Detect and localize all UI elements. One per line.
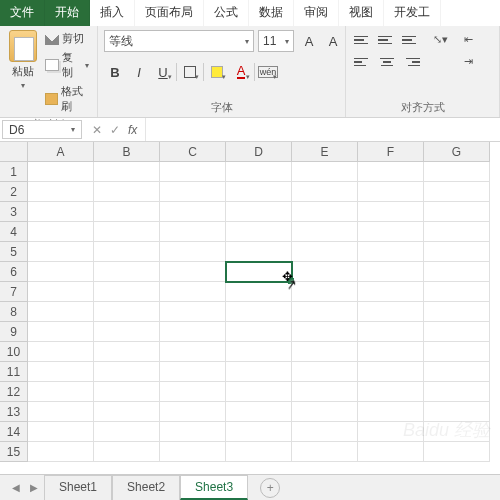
font-size-combo[interactable]: 11▾ — [258, 30, 294, 52]
increase-indent-button[interactable]: ⇥ — [458, 52, 478, 70]
cell-D6[interactable] — [226, 262, 292, 282]
cell-D13[interactable] — [226, 402, 292, 422]
cell-A7[interactable] — [28, 282, 94, 302]
cell-B1[interactable] — [94, 162, 160, 182]
column-header-B[interactable]: B — [94, 142, 160, 162]
cell-B15[interactable] — [94, 442, 160, 462]
cell-E11[interactable] — [292, 362, 358, 382]
align-top-button[interactable] — [352, 30, 374, 50]
cell-F14[interactable] — [358, 422, 424, 442]
cell-B2[interactable] — [94, 182, 160, 202]
cell-G13[interactable] — [424, 402, 490, 422]
cell-B3[interactable] — [94, 202, 160, 222]
border-button[interactable] — [179, 62, 201, 82]
cell-C5[interactable] — [160, 242, 226, 262]
cell-A5[interactable] — [28, 242, 94, 262]
cell-B8[interactable] — [94, 302, 160, 322]
cell-A14[interactable] — [28, 422, 94, 442]
cell-G1[interactable] — [424, 162, 490, 182]
cell-C13[interactable] — [160, 402, 226, 422]
font-name-combo[interactable]: 等线▾ — [104, 30, 254, 52]
column-header-E[interactable]: E — [292, 142, 358, 162]
increase-font-button[interactable]: A — [298, 31, 320, 51]
row-header-5[interactable]: 5 — [0, 242, 28, 262]
cell-D2[interactable] — [226, 182, 292, 202]
sheet-nav-prev[interactable]: ◀ — [8, 482, 24, 493]
cell-A4[interactable] — [28, 222, 94, 242]
decrease-font-button[interactable]: A — [322, 31, 344, 51]
cell-F4[interactable] — [358, 222, 424, 242]
cell-C15[interactable] — [160, 442, 226, 462]
paste-dropdown-icon[interactable]: ▾ — [21, 81, 25, 90]
cell-E13[interactable] — [292, 402, 358, 422]
cell-B9[interactable] — [94, 322, 160, 342]
tab-review[interactable]: 审阅 — [294, 0, 339, 26]
cells-grid[interactable] — [28, 162, 490, 462]
sheet-tab-Sheet3[interactable]: Sheet3 — [180, 475, 248, 500]
cell-B5[interactable] — [94, 242, 160, 262]
cell-F7[interactable] — [358, 282, 424, 302]
cell-A15[interactable] — [28, 442, 94, 462]
row-header-10[interactable]: 10 — [0, 342, 28, 362]
cell-F12[interactable] — [358, 382, 424, 402]
row-header-12[interactable]: 12 — [0, 382, 28, 402]
tab-file[interactable]: 文件 — [0, 0, 45, 26]
cell-G2[interactable] — [424, 182, 490, 202]
cell-C7[interactable] — [160, 282, 226, 302]
row-header-8[interactable]: 8 — [0, 302, 28, 322]
row-header-4[interactable]: 4 — [0, 222, 28, 242]
cell-G10[interactable] — [424, 342, 490, 362]
cell-F1[interactable] — [358, 162, 424, 182]
align-right-button[interactable] — [400, 52, 422, 72]
column-header-A[interactable]: A — [28, 142, 94, 162]
cell-G5[interactable] — [424, 242, 490, 262]
align-center-button[interactable] — [376, 52, 398, 72]
cell-A3[interactable] — [28, 202, 94, 222]
cell-D7[interactable] — [226, 282, 292, 302]
cell-E4[interactable] — [292, 222, 358, 242]
cell-G7[interactable] — [424, 282, 490, 302]
cell-A12[interactable] — [28, 382, 94, 402]
column-header-D[interactable]: D — [226, 142, 292, 162]
cell-A1[interactable] — [28, 162, 94, 182]
paste-icon[interactable] — [9, 30, 37, 62]
sheet-tab-Sheet2[interactable]: Sheet2 — [112, 475, 180, 500]
row-header-11[interactable]: 11 — [0, 362, 28, 382]
phonetic-button[interactable]: wén — [257, 62, 279, 82]
cell-D8[interactable] — [226, 302, 292, 322]
italic-button[interactable]: I — [128, 62, 150, 82]
cell-G4[interactable] — [424, 222, 490, 242]
formula-input[interactable] — [145, 118, 500, 141]
cell-E8[interactable] — [292, 302, 358, 322]
name-box[interactable]: D6▾ — [2, 120, 82, 139]
cell-C10[interactable] — [160, 342, 226, 362]
row-header-7[interactable]: 7 — [0, 282, 28, 302]
orientation-button[interactable]: ⤡▾ — [430, 30, 450, 48]
cell-E2[interactable] — [292, 182, 358, 202]
cut-button[interactable]: 剪切 — [43, 30, 91, 47]
column-header-F[interactable]: F — [358, 142, 424, 162]
font-color-button[interactable]: A — [230, 62, 252, 82]
cell-C9[interactable] — [160, 322, 226, 342]
cell-F3[interactable] — [358, 202, 424, 222]
cell-C12[interactable] — [160, 382, 226, 402]
cell-D5[interactable] — [226, 242, 292, 262]
cell-D11[interactable] — [226, 362, 292, 382]
paste-label[interactable]: 粘贴 — [12, 64, 34, 79]
cell-B12[interactable] — [94, 382, 160, 402]
cell-A2[interactable] — [28, 182, 94, 202]
cell-E14[interactable] — [292, 422, 358, 442]
cell-D4[interactable] — [226, 222, 292, 242]
column-header-G[interactable]: G — [424, 142, 490, 162]
cell-D9[interactable] — [226, 322, 292, 342]
tab-home[interactable]: 开始 — [45, 0, 90, 26]
new-sheet-button[interactable]: + — [260, 478, 280, 498]
cell-E9[interactable] — [292, 322, 358, 342]
cell-F10[interactable] — [358, 342, 424, 362]
cell-E1[interactable] — [292, 162, 358, 182]
cell-E6[interactable] — [292, 262, 358, 282]
fill-color-button[interactable] — [206, 62, 228, 82]
cell-G6[interactable] — [424, 262, 490, 282]
cell-B6[interactable] — [94, 262, 160, 282]
cell-G14[interactable] — [424, 422, 490, 442]
